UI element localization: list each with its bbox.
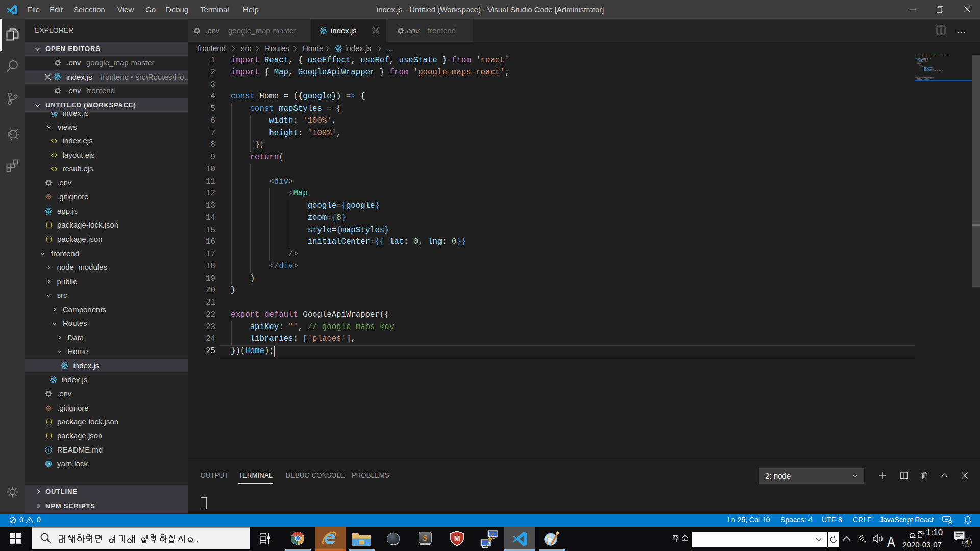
svg-text:S: S bbox=[423, 533, 427, 543]
svg-text:M: M bbox=[454, 534, 460, 542]
